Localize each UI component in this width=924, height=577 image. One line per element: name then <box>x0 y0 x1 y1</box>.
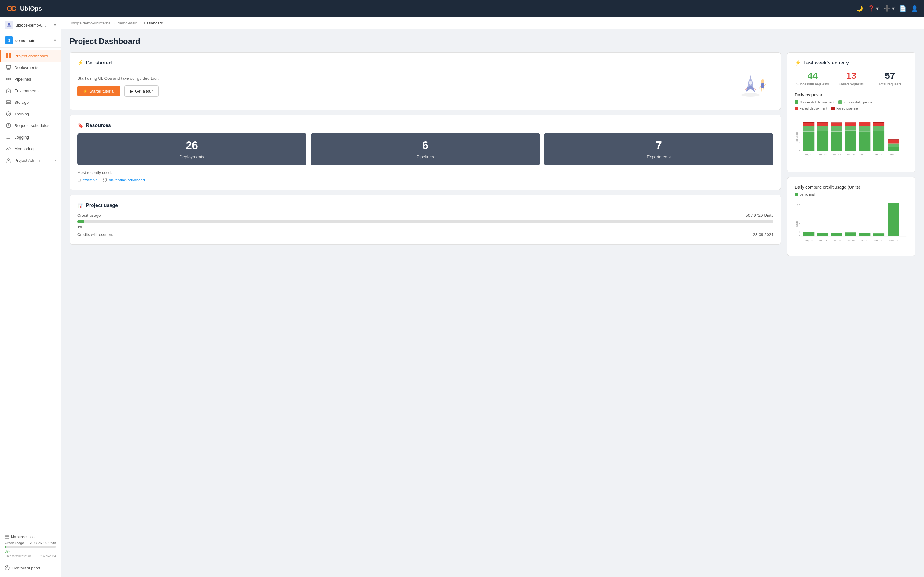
starter-tutorial-btn[interactable]: ⚡ Starter tutorial <box>77 86 120 97</box>
resources-title: 🔖 Resources <box>77 122 773 128</box>
help-btn[interactable]: ❓ ▾ <box>868 5 879 12</box>
left-column: ⚡ Get started Start using UbiOps and tak… <box>69 52 781 261</box>
credit-usage-row: Credit usage 767 / 25000 Units <box>5 541 56 545</box>
brand-logo: UbiOps <box>6 3 42 14</box>
project-selector[interactable]: D demo-main ▾ <box>0 33 61 48</box>
svg-text:Aug 31: Aug 31 <box>861 153 869 156</box>
credit-reset-label: Credits will reset on: <box>5 554 32 558</box>
svg-line-28 <box>761 88 762 92</box>
svg-text:Sep 02: Sep 02 <box>889 153 898 156</box>
svg-rect-41 <box>803 123 814 126</box>
recent-links: ⊞ example ⛓ ab-testing-advanced <box>77 177 773 182</box>
get-started-illustration <box>733 71 773 102</box>
sidebar-item-project-admin[interactable]: Project Admin › <box>0 155 61 166</box>
svg-text:Sep 01: Sep 01 <box>874 239 883 242</box>
add-btn[interactable]: ➕ ▾ <box>884 5 895 12</box>
usage-reset-date: 23-09-2024 <box>753 232 774 237</box>
svg-point-21 <box>7 569 8 569</box>
activity-title: ⚡ Last week's activity <box>795 60 908 66</box>
project-badge: D <box>5 36 13 44</box>
svg-line-29 <box>764 88 764 92</box>
svg-rect-19 <box>5 536 9 538</box>
bc-sep-1: › <box>114 21 115 25</box>
theme-toggle-btn[interactable]: 🌙 <box>856 5 863 12</box>
compute-legend: demo-main <box>795 193 908 196</box>
stat-num-failed: 13 <box>834 71 869 81</box>
svg-text:Aug 27: Aug 27 <box>804 239 813 242</box>
stat-label-total: Total requests <box>872 82 908 86</box>
get-started-title: ⚡ Get started <box>77 60 773 66</box>
starter-tutorial-label: Starter tutorial <box>89 89 115 93</box>
svg-rect-85 <box>817 233 829 236</box>
org-selector[interactable]: ubiops-demo-u... ▾ <box>0 17 61 33</box>
credit-bar-fill <box>5 546 6 548</box>
breadcrumb-project[interactable]: demo-main <box>118 21 137 25</box>
svg-line-26 <box>759 86 761 88</box>
topbar-actions: 🌙 ❓ ▾ ➕ ▾ 📄 👤 <box>856 5 918 12</box>
sidebar-item-request-schedules[interactable]: Request schedules <box>0 120 61 131</box>
sidebar-label-deployments: Deployments <box>15 65 39 70</box>
svg-text:10: 10 <box>797 204 800 207</box>
svg-rect-6 <box>6 56 8 58</box>
sidebar-item-storage[interactable]: Storage <box>0 97 61 108</box>
resource-label-experiments: Experiments <box>550 155 767 160</box>
compute-chart-svg: 10 8 6 4 0 Units <box>795 199 908 248</box>
sidebar-item-project-dashboard[interactable]: Project dashboard <box>0 50 61 62</box>
sidebar-item-pipelines[interactable]: Pipelines <box>0 73 61 85</box>
resource-card-pipelines[interactable]: 6 Pipelines <box>311 133 540 166</box>
daily-requests-chart-container: 8 6 4 0 Requests <box>795 113 908 162</box>
svg-rect-60 <box>873 126 884 131</box>
stat-label-successful: Successful requests <box>795 82 830 86</box>
sidebar-item-deployments[interactable]: Deployments <box>0 62 61 73</box>
recent-link-example[interactable]: ⊞ example <box>77 177 98 182</box>
svg-rect-45 <box>817 122 829 126</box>
sidebar-bottom: My subscription Credit usage 767 / 25000… <box>0 528 61 577</box>
legend-failed-dep: Failed deployment <box>795 106 827 110</box>
sidebar-label-logging: Logging <box>15 135 29 140</box>
legend-demo-main: demo-main <box>795 193 816 196</box>
resource-num-experiments: 7 <box>550 139 767 152</box>
org-chevron-icon: ▾ <box>54 23 56 27</box>
sidebar-label-pipelines: Pipelines <box>15 77 31 82</box>
sidebar-item-environments[interactable]: Environments <box>0 85 61 97</box>
resource-num-deployments: 26 <box>83 139 300 152</box>
svg-rect-90 <box>888 203 899 236</box>
resource-card-deployments[interactable]: 26 Deployments <box>77 133 307 166</box>
credit-bar <box>5 546 56 548</box>
svg-text:6: 6 <box>799 129 800 132</box>
get-a-tour-btn[interactable]: ▶ Get a tour <box>124 85 158 97</box>
credit-reset: Credits will reset on: 23-09-2024 <box>5 554 56 558</box>
resource-card-experiments[interactable]: 7 Experiments <box>544 133 773 166</box>
svg-point-24 <box>761 79 764 83</box>
svg-rect-87 <box>845 232 856 236</box>
svg-text:4: 4 <box>799 141 800 144</box>
svg-rect-53 <box>845 122 856 126</box>
sidebar-item-logging[interactable]: Logging <box>0 131 61 143</box>
contact-support-btn[interactable]: Contact support <box>0 562 61 573</box>
sidebar: ubiops-demo-u... ▾ D demo-main ▾ Project… <box>0 17 61 577</box>
svg-text:Aug 29: Aug 29 <box>832 239 841 242</box>
svg-rect-39 <box>803 132 814 151</box>
legend-label-fail-dep: Failed deployment <box>800 106 827 110</box>
breadcrumb-org[interactable]: ubiops-demo-ubinternal <box>69 21 111 25</box>
sidebar-label-environments: Environments <box>15 89 40 93</box>
sidebar-item-training[interactable]: Training <box>0 108 61 120</box>
get-started-desc: Start using UbiOps and take our guided t… <box>77 76 733 81</box>
usage-credit-value: 50 / 9729 Units <box>746 213 773 218</box>
svg-rect-40 <box>803 126 814 132</box>
user-btn[interactable]: 👤 <box>911 5 918 12</box>
stat-successful: 44 Successful requests <box>795 71 830 86</box>
credit-usage-label: Credit usage <box>5 541 24 545</box>
recent-link-ab-testing[interactable]: ⛓ ab-testing-advanced <box>103 177 145 182</box>
svg-point-14 <box>10 101 10 102</box>
svg-rect-64 <box>888 143 899 147</box>
docs-btn[interactable]: 📄 <box>900 5 906 12</box>
usage-reset: Credits will reset on: 23-09-2024 <box>77 232 773 237</box>
daily-requests-title: Daily requests <box>795 92 908 97</box>
sidebar-item-monitoring[interactable]: Monitoring <box>0 143 61 155</box>
svg-rect-5 <box>9 53 11 56</box>
svg-text:Sep 02: Sep 02 <box>889 239 898 242</box>
svg-rect-54 <box>845 122 856 122</box>
svg-rect-50 <box>831 122 842 123</box>
svg-text:4: 4 <box>799 230 800 233</box>
